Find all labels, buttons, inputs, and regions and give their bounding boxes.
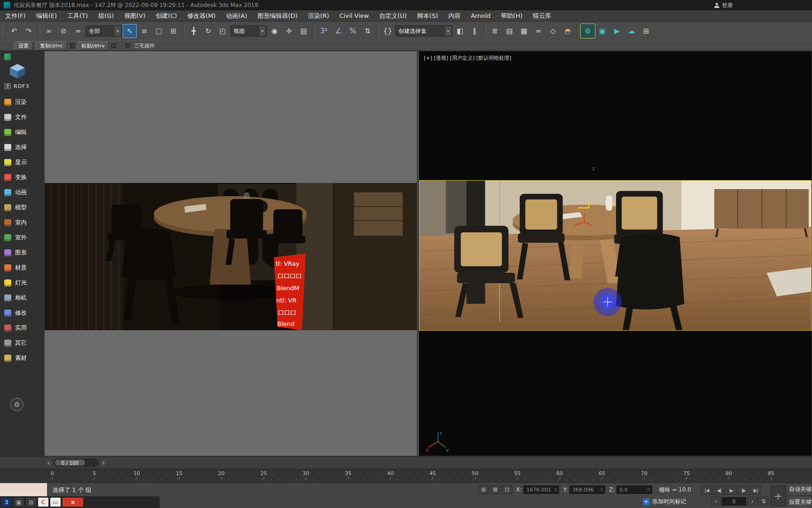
timeline-tick[interactable]: 70	[638, 470, 650, 479]
perspective-viewport[interactable]: [+] [透视] [用户定义] [默认明暗处理] z	[419, 51, 812, 456]
copy-checkbox[interactable]	[70, 43, 75, 48]
redo-icon[interactable]: ↷ ▾	[22, 24, 36, 38]
current-frame-field[interactable]: 0	[722, 497, 746, 506]
toolbar-icon[interactable]: ▾	[182, 24, 185, 38]
menu-graph-editors[interactable]: 图形编辑器(D)	[252, 10, 303, 21]
time-slider-track[interactable]: 0 / 100	[54, 459, 99, 467]
absolute-relative-icon[interactable]: ⊡	[502, 485, 512, 494]
toolbar-icon[interactable]: ▾	[376, 24, 379, 38]
play-button[interactable]: ▶	[726, 485, 737, 495]
go-to-start-button[interactable]: |◀	[701, 485, 712, 495]
timeline-tick[interactable]: 0	[46, 470, 58, 479]
sidebar-item-utility[interactable]: 实用	[4, 323, 44, 333]
next-frame-button[interactable]: |▶	[738, 485, 749, 495]
go-to-end-button[interactable]: ▶|	[750, 485, 761, 495]
spinner-icon[interactable]: ⇅	[647, 487, 651, 492]
transform-type-in-icon[interactable]: ⊞	[478, 485, 489, 494]
dropdown-arrow-icon[interactable]: ▾	[445, 26, 451, 36]
hallway-cabinet[interactable]	[354, 192, 403, 236]
viewport-label[interactable]: [+] [透视] [用户定义] [默认明暗处理]	[424, 55, 511, 62]
sidebar-item-material[interactable]: 材质	[4, 262, 44, 273]
sidebar-item-render[interactable]: 渲染	[4, 97, 44, 107]
red-material-banner[interactable]: tl: VRay 口口口口 BlendM ntl: VR 口口口 Blend	[274, 254, 306, 330]
toolbar-icon[interactable]: ▾	[312, 24, 315, 38]
menu-customize[interactable]: 自定义(U)	[374, 10, 412, 21]
sidebar-item-modify[interactable]: 修改	[4, 308, 44, 318]
menu-arnold[interactable]: Arnold	[466, 10, 496, 21]
timeline-tick[interactable]: 40	[384, 470, 397, 479]
taskbar-window-icon[interactable]: ▭	[50, 498, 61, 507]
snap-toggle-3d-icon[interactable]: 3² ▾	[317, 24, 331, 38]
dropdown-arrow-icon[interactable]: ▾	[259, 26, 265, 36]
sidebar-item-shapes[interactable]: 图形	[4, 247, 44, 258]
layer-explorer-icon[interactable]: ≣ ▾	[488, 24, 502, 38]
frame-spinner-icon[interactable]: ⇅	[758, 497, 769, 506]
timeline-tick[interactable]: 75	[680, 470, 693, 479]
timeline-tick[interactable]: 80	[723, 470, 735, 479]
menu-help[interactable]: 帮助(H)	[496, 10, 528, 21]
ribbon-toggle-icon[interactable]: ▦ ▾	[517, 24, 531, 38]
percent-snap-icon[interactable]: % ▾	[346, 24, 360, 38]
curve-editor-icon[interactable]: ≈ ▾	[531, 24, 546, 38]
render-setup-icon[interactable]: ⚙ ▾	[581, 24, 595, 38]
menu-edit[interactable]: 编辑(E)	[31, 10, 62, 21]
use-pivot-center-icon[interactable]: ◉ ▾	[267, 24, 281, 38]
menu-create[interactable]: 创建(C)	[150, 10, 182, 21]
plugin-checkbox[interactable]	[125, 43, 130, 48]
sidebar-item-camera[interactable]: 相机	[4, 293, 44, 303]
select-object-icon[interactable]: ↖ ▾	[123, 24, 137, 38]
dropdown-arrow-icon[interactable]: ▾	[115, 26, 121, 36]
rendered-frame-icon[interactable]: ▣ ▾	[595, 24, 609, 38]
auto-key-button[interactable]: 自动关键点	[787, 483, 812, 496]
set-key-button[interactable]: 设置关键点	[787, 496, 812, 508]
select-and-scale-icon[interactable]: ◰ ▾	[216, 24, 230, 38]
timeline-tick[interactable]: 85	[765, 470, 777, 479]
spinner-icon[interactable]: ⇅	[600, 487, 604, 492]
spinner-icon[interactable]: ⇅	[554, 487, 558, 492]
time-slider-handle[interactable]: 0 / 100	[55, 460, 85, 466]
toolbar-icon[interactable]: ▾	[483, 24, 486, 38]
z-coordinate-field[interactable]: 0.0 ⇅	[617, 485, 652, 494]
timeline-tick[interactable]: 20	[215, 470, 227, 479]
menu-scripting[interactable]: 脚本(S)	[412, 10, 443, 21]
sidebar-item-select[interactable]: 选择	[4, 142, 44, 152]
frame-prev-icon[interactable]: ‹	[710, 497, 721, 506]
workspace-grid-icon[interactable]: ⊞ ▾	[639, 24, 653, 38]
timeline-tick[interactable]: 30	[300, 470, 312, 479]
sidebar-gear-icon[interactable]: ⚙	[10, 398, 23, 411]
frame-next-icon[interactable]: ›	[747, 497, 757, 506]
sidebar-item-transform[interactable]: 变换	[4, 172, 44, 183]
angle-snap-icon[interactable]: ∠ ▾	[331, 24, 345, 38]
material-editor-icon[interactable]: ◓ ▾	[561, 24, 575, 38]
x-coordinate-field[interactable]: 1676.001 ⇅	[523, 485, 559, 494]
sidebar-item-exterior[interactable]: 室外	[4, 232, 44, 243]
menu-content[interactable]: 内容	[443, 10, 466, 21]
plant-icon[interactable]	[4, 54, 11, 60]
menu-group[interactable]: 组(G)	[93, 10, 119, 21]
select-and-manipulate-icon[interactable]: ✛ ▾	[282, 24, 296, 38]
camera-viewport[interactable]: tl: VRay 口口口口 BlendM ntl: VR 口口口 Blend	[44, 51, 417, 456]
sidebar-item-interior[interactable]: 室内	[4, 217, 44, 228]
taskbar-browser-icon[interactable]: C	[38, 498, 48, 507]
timeline-tick[interactable]: 45	[427, 470, 439, 479]
y-coordinate-field[interactable]: 368.096 ⇅	[570, 485, 605, 494]
toolbar-icon[interactable]: ▾	[576, 24, 579, 38]
scene-explorer-icon[interactable]: ▤ ▾	[502, 24, 516, 38]
menu-animation[interactable]: 动画(A)	[221, 10, 252, 21]
mirror-icon[interactable]: ◧ ▾	[453, 24, 467, 38]
schematic-view-icon[interactable]: ◇ ▾	[546, 24, 560, 38]
taskbar-close-icon[interactable]: ×	[62, 498, 83, 507]
render-cloud-icon[interactable]: ☁ ▾	[625, 24, 639, 38]
menu-maoyunku[interactable]: 猫云库	[528, 10, 556, 21]
sidebar-item-file[interactable]: 文件	[4, 112, 44, 122]
timeline-tick[interactable]: 60	[554, 470, 566, 479]
sidebar-item-edit[interactable]: 编辑	[4, 127, 44, 137]
align-icon[interactable]: ∥ ▾	[468, 24, 482, 38]
menu-civil-view[interactable]: Civil View	[334, 10, 374, 21]
timeline-tick[interactable]: 5	[88, 470, 101, 479]
select-and-rotate-icon[interactable]: ↻ ▾	[201, 24, 215, 38]
lock-selection-icon[interactable]: ⊠	[490, 485, 500, 494]
sidebar-item-model[interactable]: 模型	[4, 202, 44, 213]
time-slider-next-icon[interactable]: ›	[100, 459, 107, 467]
reference-coordinate-dropdown[interactable]: 视图 ▾	[230, 25, 267, 37]
